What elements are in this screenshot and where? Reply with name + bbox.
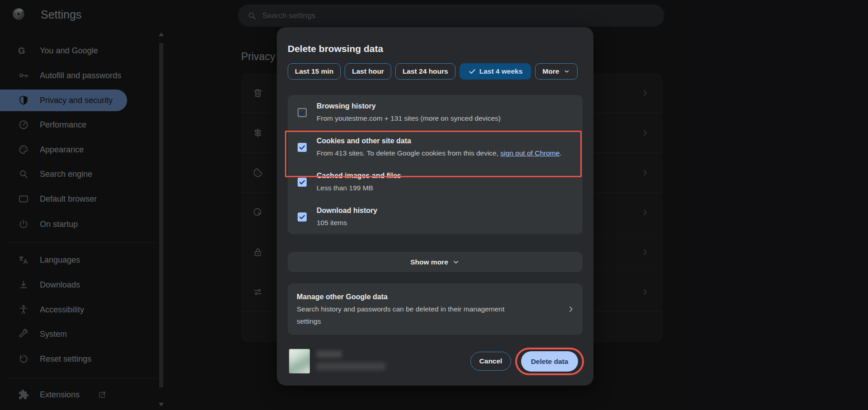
row-title: Cached images and files bbox=[317, 170, 401, 182]
delete-data-button[interactable]: Delete data bbox=[521, 351, 578, 372]
row-browsing-history[interactable]: Browsing history From youtestme.com + 13… bbox=[288, 95, 583, 130]
chip-last-15-min[interactable]: Last 15 min bbox=[288, 63, 341, 80]
delete-browsing-data-dialog: Delete browsing data Last 15 min Last ho… bbox=[277, 27, 593, 386]
manage-other-google-data[interactable]: Manage other Google data Search history … bbox=[288, 283, 583, 335]
time-range-chips: Last 15 min Last hour Last 24 hours Last… bbox=[288, 63, 578, 80]
download-history-checkbox[interactable] bbox=[298, 212, 307, 221]
blurred-account-name bbox=[317, 351, 342, 358]
account-avatar bbox=[289, 349, 310, 373]
more-dropdown[interactable]: More bbox=[535, 63, 578, 80]
chrome-settings-window: Settings Search settings G You and Googl… bbox=[0, 0, 868, 410]
chevron-down-icon bbox=[563, 68, 570, 75]
chip-label: Last 4 weeks bbox=[479, 67, 523, 75]
show-more-button[interactable]: Show more bbox=[288, 252, 583, 272]
subtitle-text: From 413 sites. To delete Google cookies… bbox=[317, 149, 500, 157]
subtitle-text: . bbox=[560, 149, 561, 157]
cached-images-checkbox[interactable] bbox=[298, 178, 307, 187]
cookies-checkbox[interactable] bbox=[298, 143, 307, 152]
row-subtitle: From youtestme.com + 131 sites (more on … bbox=[317, 112, 501, 124]
row-subtitle: From 413 sites. To delete Google cookies… bbox=[317, 147, 562, 159]
row-cookies[interactable]: Cookies and other site data From 413 sit… bbox=[288, 130, 583, 165]
check-icon bbox=[468, 67, 476, 75]
chip-last-4-weeks[interactable]: Last 4 weeks bbox=[460, 63, 531, 80]
row-subtitle: Less than 199 MB bbox=[317, 182, 401, 194]
browsing-history-checkbox[interactable] bbox=[298, 108, 307, 117]
row-subtitle: 105 items bbox=[317, 217, 377, 229]
row-title: Download history bbox=[317, 205, 377, 217]
chevron-down-icon bbox=[452, 258, 460, 266]
blurred-account-email bbox=[317, 363, 385, 370]
chevron-right-icon bbox=[566, 305, 575, 314]
chip-label: Last 24 hours bbox=[403, 67, 448, 75]
dialog-title: Delete browsing data bbox=[288, 43, 383, 54]
row-title: Cookies and other site data bbox=[317, 135, 562, 147]
chip-label: More bbox=[542, 67, 559, 75]
manage-subtitle: Search history and passwords can be dele… bbox=[297, 303, 525, 327]
chip-label: Last 15 min bbox=[295, 67, 333, 75]
manage-title: Manage other Google data bbox=[297, 291, 561, 303]
sign-out-of-chrome-link[interactable]: sign out of Chrome bbox=[500, 149, 560, 157]
row-cached-images[interactable]: Cached images and files Less than 199 MB bbox=[288, 165, 583, 199]
data-types-list: Browsing history From youtestme.com + 13… bbox=[288, 95, 583, 234]
chip-label: Last hour bbox=[352, 67, 384, 75]
blurred-avatar-image bbox=[289, 349, 310, 373]
row-title: Browsing history bbox=[317, 100, 501, 112]
chip-last-24-hours[interactable]: Last 24 hours bbox=[395, 63, 455, 80]
row-download-history[interactable]: Download history 105 items bbox=[288, 199, 583, 234]
cancel-button[interactable]: Cancel bbox=[470, 352, 511, 371]
show-more-label: Show more bbox=[410, 258, 448, 266]
chip-last-hour[interactable]: Last hour bbox=[345, 63, 391, 80]
